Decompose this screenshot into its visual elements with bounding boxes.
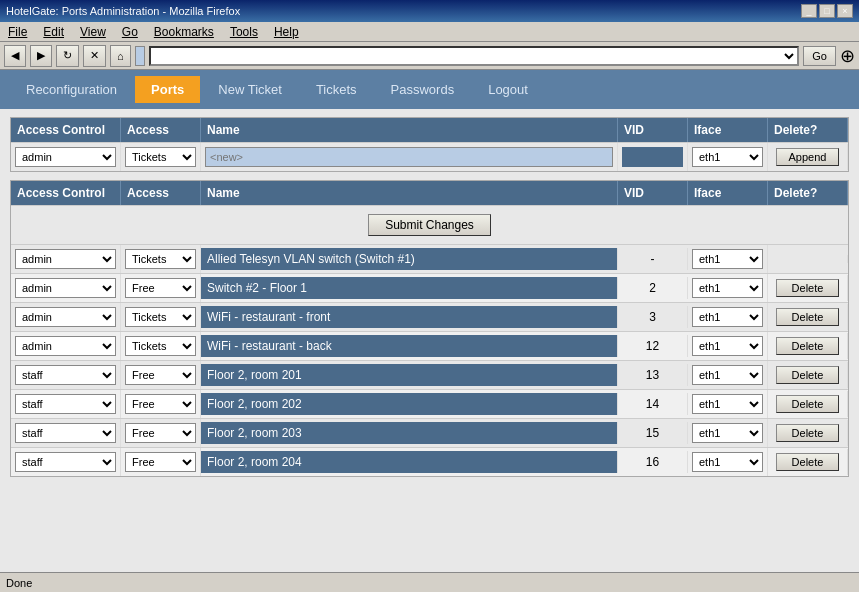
close-button[interactable]: ×	[837, 4, 853, 18]
menu-go[interactable]: Go	[118, 24, 142, 40]
access-type-select[interactable]: TicketsFree	[125, 249, 196, 269]
stop-button[interactable]: ✕	[83, 45, 106, 67]
access-type-cell: TicketsFree	[121, 361, 201, 389]
access-control-select[interactable]: adminstaff	[15, 452, 116, 472]
iface-select[interactable]: eth1eth2	[692, 423, 763, 443]
table-row: adminstaffTicketsFreeWiFi - restaurant -…	[11, 302, 848, 331]
access-type-select[interactable]: TicketsFree	[125, 365, 196, 385]
iface-select[interactable]: eth1eth2	[692, 336, 763, 356]
name-cell: Floor 2, room 203	[201, 422, 618, 444]
new-entry-header: Access Control Access Name VID Iface Del…	[11, 118, 848, 142]
iface-select[interactable]: eth1eth2	[692, 249, 763, 269]
access-type-cell: TicketsFree	[121, 419, 201, 447]
menu-bar: File Edit View Go Bookmarks Tools Help	[0, 22, 859, 42]
access-type-select[interactable]: TicketsFree	[125, 452, 196, 472]
iface-select[interactable]: eth1eth2	[692, 365, 763, 385]
tab-passwords[interactable]: Passwords	[375, 76, 471, 103]
append-button[interactable]: Append	[776, 148, 840, 166]
menu-bookmarks[interactable]: Bookmarks	[150, 24, 218, 40]
iface-select[interactable]: eth1eth2	[692, 278, 763, 298]
window-controls[interactable]: _ □ ×	[801, 4, 853, 18]
delete-button[interactable]: Delete	[776, 453, 840, 471]
name-cell: Switch #2 - Floor 1	[201, 277, 618, 299]
new-access-control-select[interactable]: admin staff	[15, 147, 116, 167]
iface-select[interactable]: eth1eth2	[692, 394, 763, 414]
home-button[interactable]: ⌂	[110, 45, 131, 67]
access-control-select[interactable]: adminstaff	[15, 278, 116, 298]
new-access-type-cell: Tickets Free	[121, 143, 201, 171]
access-control-select[interactable]: adminstaff	[15, 336, 116, 356]
access-type-select[interactable]: TicketsFree	[125, 307, 196, 327]
delete-button[interactable]: Delete	[776, 395, 840, 413]
iface-cell: eth1eth2	[688, 448, 768, 476]
delete-button[interactable]: Delete	[776, 424, 840, 442]
access-control-cell: adminstaff	[11, 390, 121, 418]
name-cell: Floor 2, room 201	[201, 364, 618, 386]
delete-button[interactable]: Delete	[776, 308, 840, 326]
address-input[interactable]	[135, 46, 145, 66]
new-entry-row: admin staff Tickets Free eth1 eth2	[11, 142, 848, 171]
delete-cell: Delete	[768, 304, 848, 330]
back-button[interactable]: ◀	[4, 45, 26, 67]
access-control-cell: adminstaff	[11, 274, 121, 302]
address-dropdown[interactable]	[149, 46, 800, 66]
tab-tickets[interactable]: Tickets	[300, 76, 373, 103]
table-row: adminstaffTicketsFreeSwitch #2 - Floor 1…	[11, 273, 848, 302]
tab-new-ticket[interactable]: New Ticket	[202, 76, 298, 103]
submit-changes-button[interactable]: Submit Changes	[368, 214, 491, 236]
menu-help[interactable]: Help	[270, 24, 303, 40]
access-type-select[interactable]: TicketsFree	[125, 394, 196, 414]
iface-cell: eth1eth2	[688, 245, 768, 273]
access-control-select[interactable]: adminstaff	[15, 249, 116, 269]
iface-cell: eth1eth2	[688, 303, 768, 331]
reload-button[interactable]: ↻	[56, 45, 79, 67]
data-table-header: Access Control Access Name VID Iface Del…	[11, 181, 848, 205]
access-control-select[interactable]: adminstaff	[15, 423, 116, 443]
header-delete-2: Delete?	[768, 181, 848, 205]
delete-cell: Delete	[768, 333, 848, 359]
access-type-cell: TicketsFree	[121, 448, 201, 476]
new-iface-select[interactable]: eth1 eth2	[692, 147, 763, 167]
access-control-cell: adminstaff	[11, 332, 121, 360]
access-type-cell: TicketsFree	[121, 245, 201, 273]
vid-cell: 13	[618, 364, 688, 386]
new-access-type-select[interactable]: Tickets Free	[125, 147, 196, 167]
tab-reconfiguration[interactable]: Reconfiguration	[10, 76, 133, 103]
toolbar: ◀ ▶ ↻ ✕ ⌂ Go ⊕	[0, 42, 859, 70]
access-type-select[interactable]: TicketsFree	[125, 278, 196, 298]
iface-select[interactable]: eth1eth2	[692, 452, 763, 472]
delete-button[interactable]: Delete	[776, 337, 840, 355]
go-button[interactable]: Go	[803, 46, 836, 66]
access-type-select[interactable]: TicketsFree	[125, 423, 196, 443]
data-rows-container: adminstaffTicketsFreeAllied Telesyn VLAN…	[11, 244, 848, 476]
table-row: adminstaffTicketsFreeAllied Telesyn VLAN…	[11, 244, 848, 273]
access-control-select[interactable]: adminstaff	[15, 394, 116, 414]
window-title: HotelGate: Ports Administration - Mozill…	[6, 5, 240, 17]
new-iface-cell: eth1 eth2	[688, 143, 768, 171]
iface-select[interactable]: eth1eth2	[692, 307, 763, 327]
access-type-select[interactable]: TicketsFree	[125, 336, 196, 356]
delete-cell: Delete	[768, 449, 848, 475]
access-control-select[interactable]: adminstaff	[15, 307, 116, 327]
iface-cell: eth1eth2	[688, 361, 768, 389]
status-text: Done	[6, 577, 32, 589]
minimize-button[interactable]: _	[801, 4, 817, 18]
delete-button[interactable]: Delete	[776, 366, 840, 384]
name-cell: WiFi - restaurant - front	[201, 306, 618, 328]
menu-view[interactable]: View	[76, 24, 110, 40]
header-delete-1: Delete?	[768, 118, 848, 142]
rss-icon[interactable]: ⊕	[840, 45, 855, 67]
delete-button[interactable]: Delete	[776, 279, 840, 297]
access-type-cell: TicketsFree	[121, 274, 201, 302]
forward-button[interactable]: ▶	[30, 45, 52, 67]
menu-edit[interactable]: Edit	[39, 24, 68, 40]
access-control-select[interactable]: adminstaff	[15, 365, 116, 385]
table-row: adminstaffTicketsFreeFloor 2, room 20214…	[11, 389, 848, 418]
tab-logout[interactable]: Logout	[472, 76, 544, 103]
menu-file[interactable]: File	[4, 24, 31, 40]
maximize-button[interactable]: □	[819, 4, 835, 18]
tab-ports[interactable]: Ports	[135, 76, 200, 103]
header-access-2: Access	[121, 181, 201, 205]
new-name-input[interactable]	[205, 147, 613, 167]
menu-tools[interactable]: Tools	[226, 24, 262, 40]
